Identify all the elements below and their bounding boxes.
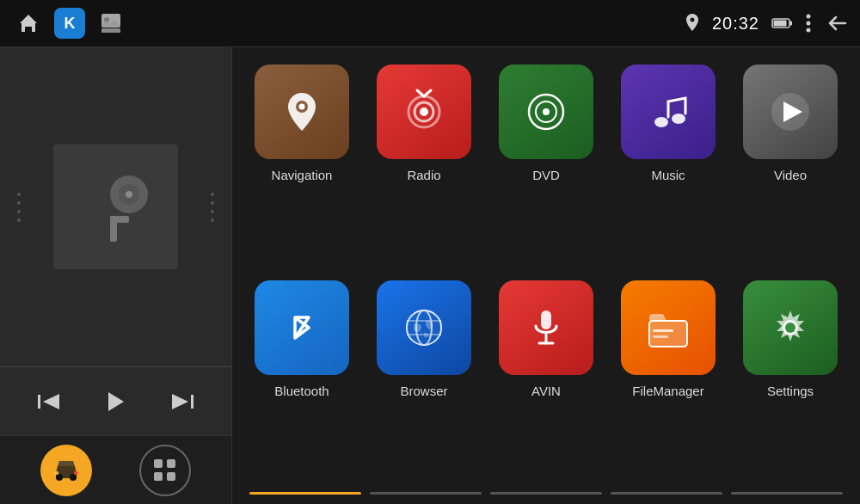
time-display: 20:32 <box>712 14 759 34</box>
page-indicator-3[interactable] <box>490 492 602 495</box>
gallery-button[interactable] <box>95 8 126 39</box>
left-panel <box>0 47 232 504</box>
svg-rect-46 <box>649 321 687 347</box>
radio-label: Radio <box>407 168 440 182</box>
svg-rect-13 <box>110 216 129 223</box>
svg-point-7 <box>807 22 811 26</box>
svg-point-19 <box>56 474 63 481</box>
settings-label: Settings <box>767 384 814 398</box>
svg-point-42 <box>407 310 441 345</box>
app-bluetooth[interactable]: Bluetooth <box>245 280 359 483</box>
app-music[interactable]: Music <box>611 65 725 267</box>
dvd-label: DVD <box>532 168 560 182</box>
speaker-left <box>17 193 21 222</box>
playback-controls <box>0 366 231 435</box>
page-indicator-4[interactable] <box>611 492 722 495</box>
battery-icon <box>771 16 794 30</box>
svg-point-50 <box>785 323 796 333</box>
play-button[interactable] <box>103 390 127 414</box>
filemanager-icon <box>621 280 716 375</box>
svg-point-11 <box>126 191 132 198</box>
settings-icon <box>743 280 838 375</box>
bluetooth-icon <box>255 280 349 375</box>
svg-rect-14 <box>38 395 40 409</box>
svg-rect-22 <box>74 471 78 475</box>
apps-grid-container: Navigation Radio <box>245 65 847 483</box>
speaker-right <box>211 193 214 222</box>
menu-icon[interactable] <box>806 14 811 33</box>
svg-point-32 <box>543 108 550 115</box>
next-button[interactable] <box>169 392 194 411</box>
svg-point-6 <box>807 15 811 19</box>
bottom-nav <box>0 435 231 504</box>
main-layout: Navigation Radio <box>0 47 860 504</box>
app-avin[interactable]: AVIN <box>489 280 603 483</box>
svg-point-8 <box>807 28 811 33</box>
svg-rect-43 <box>541 310 551 329</box>
browser-icon <box>377 280 471 375</box>
video-icon <box>743 65 838 159</box>
svg-rect-47 <box>653 329 673 332</box>
page-indicators <box>245 492 847 495</box>
prev-button[interactable] <box>38 392 62 411</box>
svg-marker-16 <box>108 392 124 411</box>
dvd-icon <box>499 65 593 159</box>
k-app-button[interactable]: K <box>54 8 85 39</box>
svg-rect-21 <box>54 471 58 475</box>
svg-rect-17 <box>191 395 194 409</box>
right-panel: Navigation Radio <box>232 47 860 504</box>
browser-label: Browser <box>400 384 447 398</box>
svg-rect-1 <box>101 28 120 33</box>
avin-label: AVIN <box>531 384 561 398</box>
app-navigation[interactable]: Navigation <box>245 65 359 267</box>
filemanager-label: FileManager <box>632 384 703 398</box>
svg-point-34 <box>654 117 668 127</box>
music-label: Music <box>651 168 685 182</box>
svg-point-20 <box>70 474 77 481</box>
page-indicator-1[interactable] <box>249 492 361 495</box>
status-bar: K 20:32 <box>0 0 860 47</box>
apps-button[interactable] <box>139 445 191 496</box>
svg-point-27 <box>420 108 428 116</box>
page-indicator-5[interactable] <box>731 492 843 495</box>
svg-rect-4 <box>774 21 787 27</box>
svg-marker-15 <box>43 394 59 409</box>
navigation-label: Navigation <box>272 168 333 182</box>
app-filemanager[interactable]: FileManager <box>611 280 725 483</box>
app-radio[interactable]: Radio <box>367 65 481 267</box>
app-browser[interactable]: Browser <box>367 280 481 483</box>
svg-point-35 <box>672 114 685 124</box>
svg-point-24 <box>299 104 305 110</box>
home-button[interactable] <box>13 8 44 39</box>
music-icon <box>621 65 716 159</box>
avin-icon <box>499 280 593 375</box>
status-right: 20:32 <box>685 14 847 34</box>
radio-icon <box>377 65 471 159</box>
video-label: Video <box>774 168 807 182</box>
svg-rect-48 <box>653 335 668 338</box>
app-video[interactable]: Video <box>734 65 847 267</box>
back-icon[interactable] <box>823 14 847 33</box>
svg-marker-18 <box>172 394 188 409</box>
apps-grid-icon <box>154 459 176 482</box>
navigation-icon <box>255 65 349 159</box>
car-button[interactable] <box>40 445 92 496</box>
location-icon <box>685 14 700 33</box>
status-left: K <box>13 8 126 39</box>
music-widget[interactable] <box>0 47 231 366</box>
album-art <box>53 144 178 269</box>
app-settings[interactable]: Settings <box>734 280 847 483</box>
bluetooth-label: Bluetooth <box>274 384 329 398</box>
page-indicator-2[interactable] <box>370 492 482 495</box>
app-dvd[interactable]: DVD <box>489 65 603 267</box>
svg-rect-5 <box>789 22 792 26</box>
